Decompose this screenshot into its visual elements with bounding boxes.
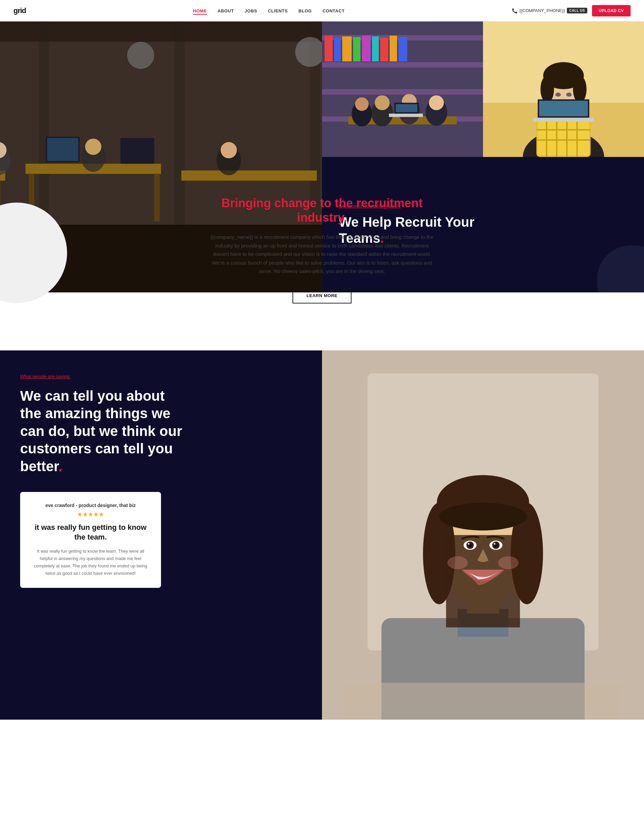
testimonials-heading-line2: the amazing things we — [20, 405, 170, 421]
nav-link-blog[interactable]: BLOG — [299, 8, 312, 13]
testimonials-right-image — [322, 350, 644, 720]
svg-rect-45 — [362, 36, 371, 61]
upload-cv-button[interactable]: UPLOAD CV — [592, 5, 631, 16]
nav-link-jobs[interactable]: JOBS — [245, 8, 257, 13]
svg-point-104 — [494, 543, 496, 545]
svg-rect-49 — [399, 37, 407, 61]
svg-point-58 — [355, 97, 369, 111]
testimonials-left: What people are saying. We can tell you … — [0, 350, 322, 720]
svg-rect-46 — [372, 36, 379, 61]
portrait-svg — [322, 350, 644, 720]
svg-rect-39 — [322, 89, 483, 95]
learn-more-button[interactable]: LEARN MORE — [293, 288, 351, 304]
testimonial-stars: ★★★★★ — [32, 511, 149, 518]
nav-link-home[interactable]: HOME — [193, 8, 207, 15]
call-us-badge[interactable]: CALL US — [567, 8, 587, 13]
nav-right: 📞 {{COMPANY_PHONE}} CALL US UPLOAD CV — [512, 5, 631, 16]
testimonial-title-line1: it was really fun getting to know — [34, 523, 147, 532]
testimonials-heading-line3: can do, but we think our — [20, 423, 182, 439]
svg-point-52 — [375, 95, 389, 110]
svg-point-78 — [573, 76, 586, 103]
svg-point-80 — [566, 93, 572, 96]
svg-rect-81 — [533, 118, 594, 122]
testimonial-title-line2: the team. — [74, 533, 107, 541]
testimonial-title: it was really fun getting to know the te… — [32, 523, 149, 542]
svg-rect-38 — [322, 62, 483, 67]
logo[interactable]: grid — [13, 7, 26, 15]
svg-point-23 — [127, 42, 154, 69]
about-wrapper: Bringing change to the recruitment indus… — [0, 155, 644, 350]
svg-rect-42 — [334, 38, 341, 61]
nav-item-contact[interactable]: CONTACT — [322, 8, 345, 14]
nav-links: HOME ABOUT JOBS CLIENTS BLOG CONTACT — [193, 8, 345, 14]
nav-item-home[interactable]: HOME — [193, 8, 207, 14]
testimonials-heading: We can tell you about the amazing things… — [20, 387, 302, 475]
testimonials-section: What people are saying. We can tell you … — [0, 350, 644, 720]
svg-point-105 — [448, 556, 468, 570]
nav-link-clients[interactable]: CLIENTS — [268, 8, 288, 13]
about-section: Bringing change to the recruitment indus… — [195, 169, 449, 330]
testimonial-body: It was really fun getting to know the te… — [32, 548, 149, 577]
svg-point-79 — [556, 93, 561, 96]
svg-rect-61 — [396, 104, 418, 112]
testimonials-heading-dot: . — [58, 459, 62, 474]
about-decorative-circle — [0, 202, 67, 303]
svg-rect-109 — [345, 683, 621, 720]
svg-rect-83 — [539, 101, 588, 116]
svg-rect-47 — [380, 38, 388, 61]
svg-point-56 — [429, 95, 444, 110]
phone-number: {{COMPANY_PHONE}} — [520, 8, 565, 13]
about-body: {{company_name}} is a recruitment compan… — [208, 233, 436, 276]
testimonial-author: eve crawford - product designer, that bi… — [32, 503, 149, 508]
nav-link-about[interactable]: ABOUT — [218, 8, 234, 13]
testimonials-heading-line5: better — [20, 459, 58, 474]
svg-rect-59 — [389, 114, 423, 117]
hero-section: Welcome to {{company_name}}. We Help Rec… — [0, 21, 644, 155]
svg-point-30 — [85, 139, 101, 155]
svg-point-103 — [468, 543, 470, 545]
nav-link-contact[interactable]: CONTACT — [322, 8, 345, 13]
hero-top-images — [322, 21, 644, 157]
nav-item-about[interactable]: ABOUT — [218, 8, 234, 14]
svg-rect-41 — [325, 36, 333, 61]
what-people-label: What people are saying. — [20, 374, 302, 379]
svg-point-106 — [498, 556, 518, 570]
svg-rect-43 — [342, 36, 351, 61]
nav-phone: 📞 {{COMPANY_PHONE}} CALL US — [512, 8, 587, 13]
testimonials-heading-line1: We can tell you about — [20, 388, 165, 404]
svg-rect-48 — [390, 36, 397, 61]
svg-point-96 — [439, 503, 527, 531]
nav-item-blog[interactable]: BLOG — [299, 8, 312, 14]
main-nav: grid HOME ABOUT JOBS CLIENTS BLOG CONTAC… — [0, 0, 644, 21]
phone-icon: 📞 — [512, 8, 518, 13]
svg-point-77 — [540, 76, 554, 103]
nav-item-clients[interactable]: CLIENTS — [268, 8, 288, 14]
svg-rect-44 — [353, 37, 361, 61]
hero-image-person — [483, 21, 644, 157]
about-heading: Bringing change to the recruitment indus… — [208, 196, 436, 225]
nav-item-jobs[interactable]: JOBS — [245, 8, 257, 14]
hero-image-group1 — [322, 21, 483, 157]
testimonials-heading-line4: customers can tell you — [20, 441, 173, 456]
testimonial-card: eve crawford - product designer, that bi… — [20, 492, 161, 588]
